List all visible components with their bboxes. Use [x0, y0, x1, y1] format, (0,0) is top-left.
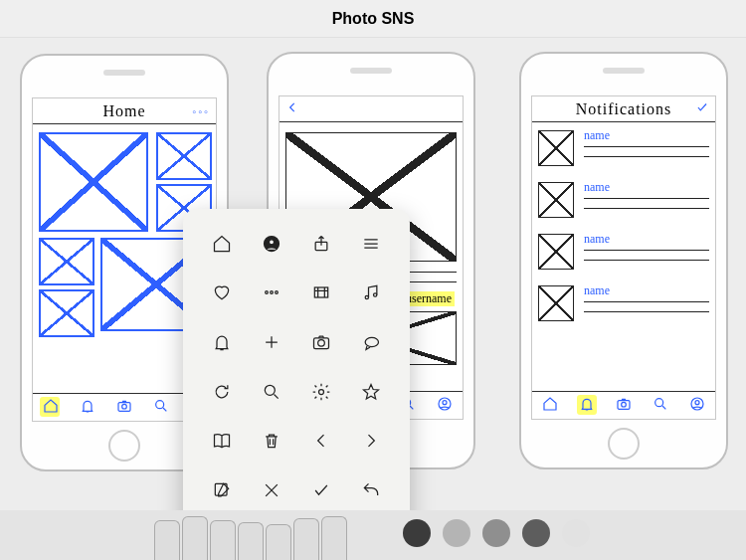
color-swatch[interactable] — [443, 519, 470, 547]
chevron-left-icon[interactable] — [311, 431, 331, 455]
search-icon[interactable] — [653, 396, 668, 416]
ellipsis-icon[interactable]: ◦◦◦ — [192, 105, 210, 117]
image-slot — [39, 289, 94, 337]
camera-icon[interactable] — [116, 398, 132, 418]
ellipsis-icon[interactable] — [262, 282, 281, 306]
profile-icon[interactable] — [689, 396, 705, 416]
svg-point-24 — [365, 296, 368, 299]
svg-point-16 — [695, 400, 699, 404]
home-icon[interactable] — [43, 398, 59, 418]
chat-icon[interactable] — [361, 332, 381, 356]
book-icon[interactable] — [212, 431, 232, 455]
nav-title: Home — [102, 102, 145, 120]
search-icon[interactable] — [262, 382, 281, 406]
svg-rect-23 — [314, 287, 327, 297]
color-swatch[interactable] — [562, 519, 590, 547]
image-slot — [39, 238, 94, 285]
refresh-icon[interactable] — [212, 382, 232, 406]
text-line — [584, 250, 709, 251]
tool-ruler[interactable] — [321, 516, 347, 560]
navbar-home: Home ◦◦◦ — [33, 98, 216, 124]
notif-name: name — [584, 180, 610, 195]
avatar — [538, 285, 574, 321]
svg-point-29 — [319, 389, 324, 394]
tool-tray — [154, 516, 347, 560]
tool-pen[interactable] — [182, 516, 208, 560]
notif-name: name — [584, 232, 610, 247]
bell-icon[interactable] — [212, 332, 232, 356]
menu-icon[interactable] — [361, 234, 381, 258]
username-label: username — [403, 291, 455, 306]
text-line — [584, 208, 709, 209]
bell-icon[interactable] — [80, 398, 95, 418]
tool-marker[interactable] — [238, 522, 264, 560]
svg-point-22 — [276, 291, 279, 294]
svg-point-4 — [155, 400, 163, 408]
check-icon[interactable] — [311, 480, 331, 504]
compose-icon[interactable] — [212, 480, 232, 504]
toolbelt — [0, 510, 746, 560]
share-icon[interactable] — [311, 234, 331, 258]
svg-point-18 — [270, 240, 275, 245]
image-slot — [156, 132, 212, 180]
svg-point-3 — [122, 404, 127, 409]
home-icon[interactable] — [212, 234, 232, 258]
image-slot — [39, 132, 148, 232]
color-swatches — [403, 519, 590, 547]
profile-icon[interactable] — [437, 396, 453, 416]
tool-stamp[interactable] — [293, 518, 319, 560]
svg-point-28 — [265, 385, 275, 395]
home-icon[interactable] — [542, 396, 558, 416]
camera-icon[interactable] — [311, 332, 331, 356]
chevron-right-icon[interactable] — [361, 431, 381, 455]
svg-point-20 — [266, 291, 269, 294]
phone-notif-screen: Notifications name name name name — [531, 95, 716, 420]
video-icon[interactable] — [311, 282, 331, 306]
close-icon[interactable] — [262, 480, 281, 504]
color-swatch[interactable] — [403, 519, 431, 547]
icon-palette[interactable] — [183, 209, 410, 543]
music-icon[interactable] — [361, 282, 381, 306]
color-swatch[interactable] — [482, 519, 510, 547]
phone-notifications[interactable]: Notifications name name name name — [519, 52, 728, 469]
search-icon[interactable] — [153, 398, 169, 418]
check-icon[interactable] — [695, 100, 709, 118]
nav-title: Notifications — [576, 100, 672, 118]
list-item[interactable]: name — [538, 128, 709, 174]
tool-eraser[interactable] — [266, 524, 291, 560]
navbar-detail — [280, 96, 463, 122]
page-title: Photo SNS — [332, 10, 415, 28]
svg-point-27 — [318, 340, 325, 347]
camera-icon[interactable] — [616, 396, 632, 416]
svg-point-25 — [374, 293, 377, 296]
app-bar: Photo SNS — [0, 0, 746, 38]
list-item[interactable]: name — [538, 283, 709, 329]
tool-pen-fine[interactable] — [154, 520, 180, 560]
tabbar-notifications — [532, 391, 715, 419]
text-line — [584, 146, 709, 147]
svg-point-13 — [622, 402, 627, 407]
avatar — [538, 182, 574, 218]
bell-icon[interactable] — [579, 396, 595, 416]
gear-icon[interactable] — [311, 382, 331, 406]
svg-point-11 — [443, 400, 447, 404]
text-line — [584, 198, 709, 199]
navbar-notifications: Notifications — [532, 96, 715, 122]
tool-pencil[interactable] — [210, 520, 236, 560]
chevron-left-icon[interactable] — [285, 100, 299, 118]
plus-icon[interactable] — [262, 332, 281, 356]
avatar — [538, 234, 574, 270]
svg-point-14 — [654, 398, 662, 406]
star-icon[interactable] — [361, 382, 381, 406]
workspace[interactable]: Home ◦◦◦ — [0, 38, 746, 510]
color-swatch[interactable] — [522, 519, 550, 547]
list-item[interactable]: name — [538, 180, 709, 226]
trash-icon[interactable] — [262, 431, 281, 455]
text-line — [584, 260, 709, 261]
list-item[interactable]: name — [538, 232, 709, 278]
text-line — [584, 301, 709, 302]
profile-icon[interactable] — [262, 234, 281, 258]
reply-icon[interactable] — [361, 480, 381, 504]
text-line — [584, 311, 709, 312]
heart-icon[interactable] — [212, 282, 232, 306]
